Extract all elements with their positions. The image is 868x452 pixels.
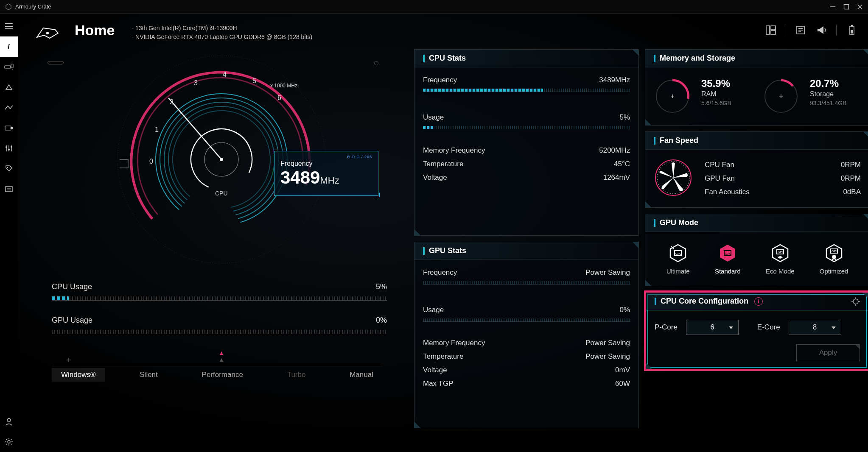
info-icon[interactable]: i [754,297,763,306]
svg-point-18 [6,146,7,148]
storage-gauge[interactable]: + [762,78,800,115]
gpu-usage-meter: GPU Usage0% [52,316,387,334]
svg-rect-2 [844,4,849,9]
ram-gauge[interactable]: + [654,78,691,115]
close-button[interactable] [857,4,863,10]
cpu-core-config-panel: CPU Core Configuration i P-Core 6 E-Core… [645,292,868,370]
nav-content[interactable] [0,179,18,199]
battery-icon[interactable] [846,25,857,36]
svg-rect-10 [11,64,13,68]
profile-silent[interactable]: Silent [130,368,167,382]
frequency-readout: R.O.G / 206 Frequency 3489MHz [274,151,378,196]
svg-rect-36 [766,26,770,34]
svg-rect-37 [771,26,776,30]
svg-point-25 [7,419,11,422]
nav-home[interactable]: i [0,36,18,57]
svg-text:6: 6 [277,94,281,101]
nav-user[interactable] [0,411,18,432]
cpu-gauge: 0 1 2 3 4 5 6 x 1000 MHz CPU R.O.G / 206… [103,41,340,278]
ecore-select[interactable]: 8 [789,320,841,335]
target-icon[interactable] [851,297,860,306]
nav-deals[interactable] [0,159,18,179]
svg-text:+: + [672,174,675,181]
svg-text:x 1000 MHz: x 1000 MHz [270,83,297,89]
nav-scenario[interactable] [0,118,18,138]
gpu-mode-panel: GPU Mode GPU Ultimate GPU Standard GPU [645,214,868,286]
fan-icon: + [654,158,693,197]
svg-rect-38 [771,31,776,34]
titlebar: Armoury Crate [0,0,868,14]
svg-point-21 [7,167,8,168]
gpu-mode-optimized[interactable]: GPU Optimized [820,243,848,275]
profile-windows[interactable]: Windows® [52,368,105,382]
sidebar: i [0,14,18,452]
page-title: Home [75,22,115,39]
maximize-button[interactable] [843,4,849,10]
profile-turbo[interactable]: Turbo [278,368,315,382]
system-specs: 13th Gen Intel(R) Core(TM) i9-13900H NVI… [132,24,312,42]
profile-performance[interactable]: Performance [193,368,252,382]
gpu-stats-panel: GPU Stats FrequencyPower Saving Usage0% … [414,242,639,428]
apply-button[interactable]: Apply [796,344,860,361]
svg-rect-44 [851,25,853,26]
layout-icon[interactable] [765,25,776,36]
cpu-usage-meter: CPU Usage5% [52,282,387,301]
svg-line-34 [11,439,12,440]
svg-text:CPU: CPU [215,190,228,197]
rog-logo [35,25,60,42]
gpu-mode-eco[interactable]: GPU Eco Mode [766,243,795,275]
minimize-button[interactable] [830,4,836,10]
app-icon [5,3,12,10]
svg-rect-45 [851,30,853,33]
svg-text:0: 0 [149,158,153,165]
memory-storage-panel: Memory and Storage + 35.9% RAM 5.6/15.6G… [645,49,868,126]
svg-rect-12 [5,126,11,130]
svg-point-35 [46,32,49,34]
nav-aura[interactable] [0,77,18,98]
svg-rect-9 [5,66,11,68]
announce-icon[interactable] [816,25,827,36]
profile-manual[interactable]: Manual [340,368,383,382]
hamburger-button[interactable] [0,16,18,36]
svg-point-20 [11,146,12,148]
svg-text:5: 5 [252,77,256,84]
svg-text:1: 1 [155,126,159,133]
svg-marker-0 [6,4,11,10]
gpu-mode-standard[interactable]: GPU Standard [715,243,741,275]
svg-text:4: 4 [223,71,227,78]
svg-text:2: 2 [170,98,174,106]
svg-text:GPU: GPU [832,250,838,253]
svg-line-32 [11,444,12,445]
nav-tuning[interactable] [0,138,18,159]
svg-line-31 [6,439,7,440]
news-icon[interactable] [795,25,806,36]
svg-text:GPU: GPU [778,251,784,254]
window-title: Armoury Crate [15,3,51,10]
svg-text:3: 3 [194,79,198,86]
svg-point-19 [8,149,10,151]
profile-tabs: Windows® Silent Performance Turbo Manual [35,365,408,390]
pcore-select[interactable]: 6 [686,320,739,335]
nav-settings[interactable] [0,432,18,452]
svg-text:GPU: GPU [675,252,682,255]
svg-rect-22 [6,187,12,192]
cpu-stats-panel: CPU Stats Frequency3489MHz Usage5% Memor… [414,49,639,236]
svg-point-11 [12,69,13,70]
svg-text:GPU: GPU [725,252,731,255]
nav-gamevisual[interactable] [0,98,18,118]
svg-text:i: i [8,43,10,50]
gpu-mode-ultimate[interactable]: GPU Ultimate [666,243,690,275]
svg-line-33 [6,444,7,445]
fan-speed-panel: Fan Speed + CPU Fan0RPM GPU Fan0RPM Fan … [645,131,868,208]
svg-point-26 [8,441,10,443]
nav-devices[interactable] [0,57,18,77]
svg-point-85 [853,299,858,304]
